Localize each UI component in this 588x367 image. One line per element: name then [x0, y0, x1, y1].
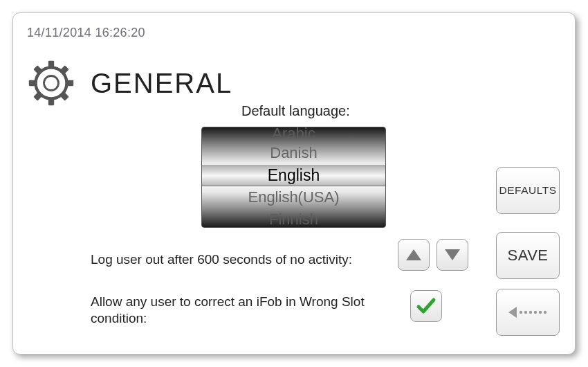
save-button[interactable]: SAVE [496, 232, 560, 279]
picker-option[interactable]: Danish [202, 144, 385, 162]
svg-point-18 [539, 311, 542, 314]
picker-option-selected[interactable]: English [202, 166, 385, 185]
svg-point-17 [534, 311, 537, 314]
svg-marker-13 [508, 307, 517, 318]
back-arrow-icon [507, 305, 549, 319]
logout-timeout-stepper [398, 239, 468, 271]
back-button[interactable] [496, 289, 560, 336]
increment-button[interactable] [398, 239, 430, 271]
svg-point-14 [520, 311, 522, 314]
ifob-correction-label: Allow any user to correct an iFob in Wro… [91, 294, 395, 327]
page-header: GENERAL [27, 59, 232, 107]
logout-timeout-label: Log user out after 600 seconds of no act… [91, 252, 388, 267]
picker-option[interactable]: Finnish [202, 211, 385, 228]
page-title: GENERAL [91, 68, 232, 99]
arrow-down-icon [445, 249, 460, 260]
svg-point-15 [524, 311, 527, 314]
defaults-button[interactable]: DEFAULTS [496, 167, 560, 214]
default-language-label: Default language: [241, 103, 350, 119]
arrow-up-icon [406, 249, 421, 260]
picker-option[interactable]: English(USA) [202, 188, 385, 206]
gear-icon [27, 59, 75, 107]
language-picker[interactable]: Arabic Danish English English(USA) Finni… [201, 127, 386, 228]
svg-point-16 [529, 311, 532, 314]
svg-point-12 [44, 76, 59, 91]
check-icon [416, 296, 437, 316]
timestamp: 14/11/2014 16:26:20 [27, 26, 145, 40]
svg-point-19 [544, 311, 546, 314]
picker-option[interactable]: Arabic [202, 127, 385, 143]
settings-panel: 14/11/2014 16:26:20 [12, 12, 576, 355]
ifob-correction-toggle[interactable] [410, 290, 442, 322]
decrement-button[interactable] [437, 239, 468, 271]
